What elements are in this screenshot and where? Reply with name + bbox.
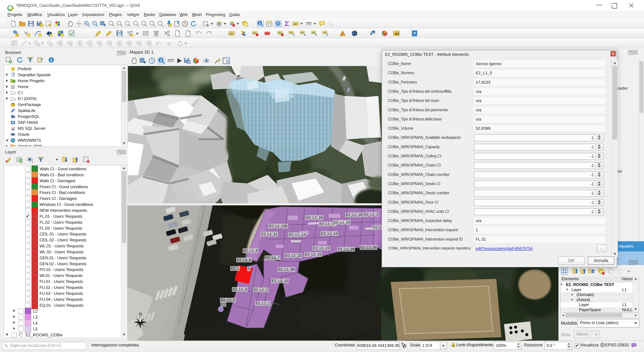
svg-text:abc: abc xyxy=(229,32,234,35)
svg-text:abc: abc xyxy=(300,31,304,34)
svg-text:abc: abc xyxy=(294,22,298,25)
svg-text:abc: abc xyxy=(323,31,326,34)
svg-text:N: N xyxy=(139,312,142,316)
svg-text:abc: abc xyxy=(278,31,282,34)
svg-text:abc: abc xyxy=(312,31,315,34)
svg-text:abc: abc xyxy=(266,32,269,35)
svg-text:ε: ε xyxy=(49,157,51,162)
svg-text:.3d: .3d xyxy=(394,32,399,35)
svg-text:abc: abc xyxy=(289,31,293,34)
svg-text:α: α xyxy=(52,160,53,163)
svg-text:abc: abc xyxy=(253,31,257,34)
svg-text:?: ? xyxy=(413,31,416,36)
